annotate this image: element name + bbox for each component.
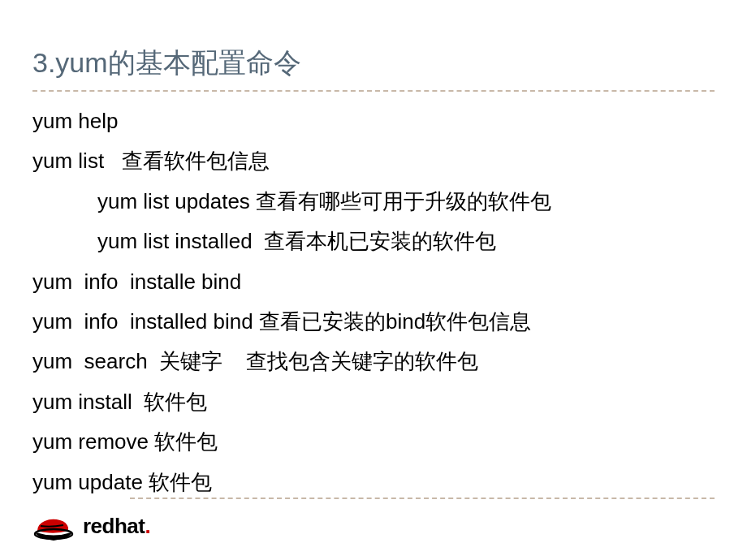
command-line: yum info installe bind bbox=[32, 262, 747, 302]
command-line: yum search 关键字 查找包含关键字的软件包 bbox=[32, 342, 747, 381]
footer-divider bbox=[130, 498, 715, 499]
command-line: yum list installed 查看本机已安装的软件包 bbox=[32, 222, 747, 261]
logo-dot: . bbox=[145, 514, 150, 538]
slide-title: 3.yum的基本配置命令 bbox=[32, 45, 747, 90]
logo-name: redhat bbox=[83, 514, 145, 538]
command-line: yum remove 软件包 bbox=[32, 422, 747, 462]
command-line: yum list 查看软件包信息 bbox=[32, 141, 747, 181]
command-line: yum info installed bind 查看已安装的bind软件包信息 bbox=[32, 302, 747, 342]
logo-text: redhat. bbox=[83, 514, 150, 539]
redhat-logo: redhat. bbox=[32, 510, 150, 542]
redhat-hat-icon bbox=[32, 510, 75, 542]
command-line: yum list updates 查看有哪些可用于升级的软件包 bbox=[32, 182, 747, 222]
command-line: yum update 软件包 bbox=[32, 463, 747, 502]
command-line: yum help bbox=[32, 101, 747, 141]
command-line: yum install 软件包 bbox=[32, 382, 747, 422]
content-area: yum help yum list 查看软件包信息 yum list updat… bbox=[0, 92, 747, 502]
